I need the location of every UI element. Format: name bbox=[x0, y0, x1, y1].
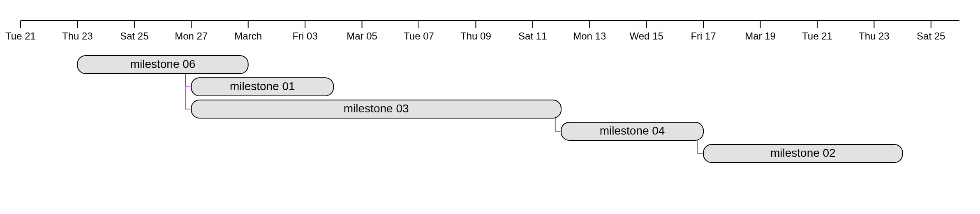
axis-tick-label: Sat 11 bbox=[518, 30, 547, 42]
axis-tick-label: Mon 13 bbox=[573, 30, 606, 42]
axis-tick-label: Thu 23 bbox=[859, 30, 890, 42]
gantt-bar-label: milestone 01 bbox=[230, 80, 295, 93]
gantt-bar-label: milestone 06 bbox=[130, 58, 196, 70]
axis-tick-label: March bbox=[234, 30, 262, 42]
axis-tick-label: Fri 03 bbox=[292, 30, 317, 42]
gantt-chart: Tue 21Thu 23Sat 25Mon 27MarchFri 03Mar 0… bbox=[0, 0, 980, 214]
gantt-bar-label: milestone 04 bbox=[600, 124, 665, 137]
axis-tick-label: Sat 25 bbox=[917, 30, 945, 42]
axis-tick-label: Thu 23 bbox=[62, 30, 93, 42]
axis-tick-label: Sat 25 bbox=[120, 30, 148, 42]
axis-tick-label: Mon 27 bbox=[175, 30, 208, 42]
axis-tick-label: Tue 21 bbox=[5, 30, 36, 42]
axis-tick-label: Mar 05 bbox=[347, 30, 377, 42]
dependency-arrow bbox=[185, 87, 191, 109]
axis-tick-label: Mar 19 bbox=[745, 30, 776, 42]
axis-tick-label: Wed 15 bbox=[630, 30, 663, 42]
axis-tick-label: Tue 07 bbox=[404, 30, 434, 42]
gantt-bar-label: milestone 02 bbox=[770, 147, 836, 159]
axis-tick-label: Tue 21 bbox=[802, 30, 832, 42]
axis-tick-label: Fri 17 bbox=[691, 30, 716, 42]
gantt-bar-label: milestone 03 bbox=[344, 102, 409, 115]
axis-tick-label: Thu 09 bbox=[460, 30, 491, 42]
